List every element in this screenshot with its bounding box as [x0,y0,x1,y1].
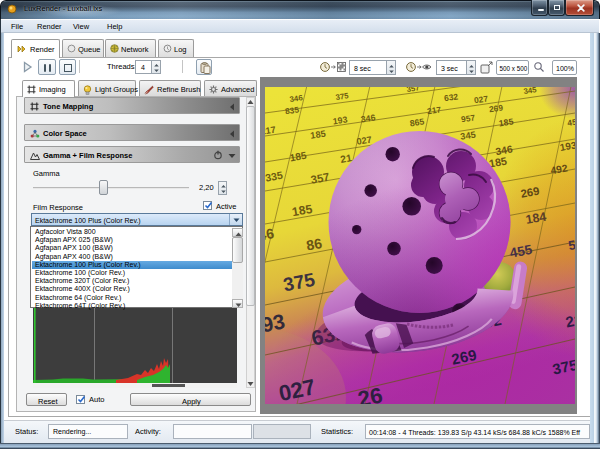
svg-text:375: 375 [335,91,350,102]
svg-text:86: 86 [305,235,323,254]
svg-text:346: 346 [289,93,304,104]
svg-text:193: 193 [559,139,575,153]
svg-text:269: 269 [488,102,504,114]
svg-text:185: 185 [310,129,327,141]
svg-text:632: 632 [443,91,459,103]
svg-text:45: 45 [567,117,575,128]
svg-text:835: 835 [284,104,300,116]
svg-text:345: 345 [460,130,477,142]
svg-text:027: 027 [473,93,489,105]
svg-text:027: 027 [356,135,373,147]
svg-text:193: 193 [332,114,348,126]
svg-text:865: 865 [409,117,425,129]
svg-text:346: 346 [360,112,376,124]
svg-text:185: 185 [498,117,514,129]
svg-text:957: 957 [460,112,476,124]
svg-text:217: 217 [426,104,442,116]
